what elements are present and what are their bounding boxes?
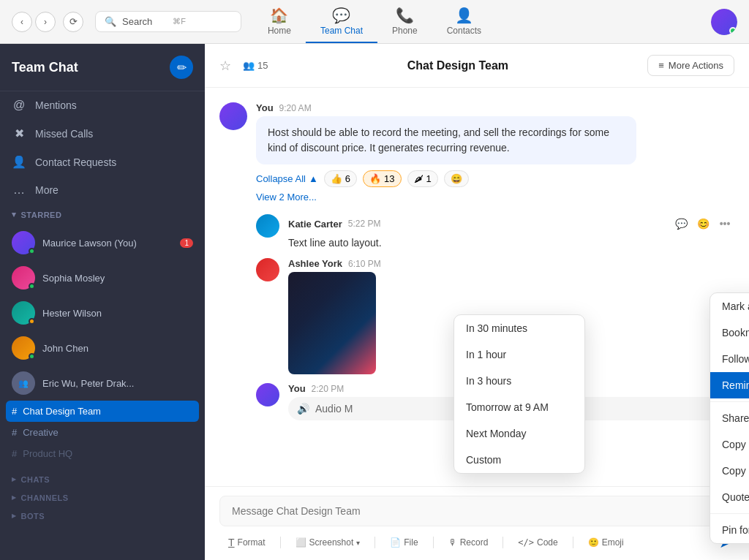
- send-button[interactable]: ➤: [719, 534, 731, 551]
- message-sender-you2: You: [288, 383, 306, 394]
- chat-header: ☆ 👥 15 Chat Design Team ≡ More Actions: [205, 44, 749, 88]
- more-actions-button[interactable]: ≡ More Actions: [647, 55, 734, 76]
- message-row-ashlee: Ashlee York 6:10 PM: [256, 258, 734, 374]
- mentions-label: Mentions: [35, 99, 77, 111]
- tab-phone-label: Phone: [392, 26, 418, 36]
- history-button[interactable]: ⟳: [63, 12, 83, 32]
- code-label: Code: [537, 537, 558, 548]
- more-button-katie[interactable]: •••: [715, 214, 734, 233]
- record-label: Record: [460, 537, 489, 548]
- sidebar-item-chat-design-team[interactable]: # Chat Design Team: [6, 401, 199, 422]
- screenshot-label: Screenshot: [309, 537, 354, 548]
- sidebar-header: Team Chat ✏: [0, 44, 205, 91]
- sidebar-item-contact-requests[interactable]: 👤 Contact Requests: [0, 148, 205, 176]
- forward-button[interactable]: ›: [35, 12, 56, 32]
- reaction-fire[interactable]: 🔥 13: [363, 170, 401, 187]
- file-label: File: [404, 537, 418, 548]
- tab-contacts-label: Contacts: [447, 26, 481, 36]
- reaction-pepper[interactable]: 🌶 1: [407, 170, 438, 187]
- view-more-button[interactable]: View 2 More...: [256, 192, 734, 203]
- message-content-ashlee: Ashlee York 6:10 PM: [288, 258, 734, 374]
- message-meta-audio: You 2:20 PM: [288, 383, 734, 394]
- tab-home[interactable]: 🏠 Home: [253, 1, 306, 43]
- message-actions-katie: 💬 😊 •••: [671, 214, 734, 233]
- sidebar-title: Team Chat: [12, 60, 78, 75]
- collapse-all-label: Collapse All: [256, 173, 306, 184]
- image-placeholder: [288, 272, 376, 374]
- emoji-button-katie[interactable]: 😊: [693, 214, 712, 233]
- sidebar-item-hester[interactable]: Hester Wilson: [0, 295, 205, 330]
- back-button[interactable]: ‹: [12, 12, 32, 32]
- sidebar-item-product-hq[interactable]: # Product HQ: [0, 443, 205, 464]
- chats-section[interactable]: ▸ CHATS: [0, 470, 205, 488]
- starred-section-header[interactable]: ▾ STARRED: [0, 204, 205, 225]
- file-button[interactable]: 📄 File: [384, 534, 424, 550]
- message-time-ashlee: 6:10 PM: [348, 259, 381, 269]
- channels-label: CHANNELS: [21, 493, 69, 502]
- chat-title: Chat Design Team: [279, 59, 636, 72]
- record-button[interactable]: 🎙 Record: [443, 534, 494, 550]
- contact-name-sophia: Sophia Mosley: [42, 273, 105, 284]
- chat-toolbar: T Format ⬜ Screenshot ▾ 📄 File 🎙 Reco: [219, 534, 734, 551]
- contact-requests-icon: 👤: [12, 155, 26, 169]
- reaction-thumbsup[interactable]: 👍 6: [324, 170, 357, 187]
- compose-button[interactable]: ✏: [170, 56, 193, 79]
- emoji-button[interactable]: 🙂 Emoji: [582, 534, 630, 550]
- audio-message[interactable]: 🔊 Audio M: [288, 397, 734, 420]
- message-text-1: Host should be able to record the meetin…: [268, 126, 609, 154]
- missed-calls-icon: ✖: [12, 126, 26, 140]
- tab-team-chat[interactable]: 💬 Team Chat: [306, 1, 377, 43]
- reaction-pepper-emoji: 🌶: [414, 173, 424, 184]
- avatar[interactable]: [711, 9, 737, 35]
- reaction-smile-add[interactable]: 😄: [444, 170, 469, 187]
- record-icon: 🎙: [448, 537, 457, 548]
- avatar-eric: 👥: [12, 371, 35, 395]
- sidebar-item-creative[interactable]: # Creative: [0, 422, 205, 443]
- more-label: More: [35, 184, 59, 196]
- sidebar-item-mentions[interactable]: @ Mentions: [0, 91, 205, 119]
- message-input[interactable]: [219, 496, 734, 526]
- image-preview-ashlee[interactable]: [288, 272, 376, 374]
- message-content-katie: Katie Carter 5:22 PM 💬 😊 ••• Text line a…: [288, 214, 734, 249]
- avatar-sophia: [12, 266, 35, 290]
- channels-section[interactable]: ▸ CHANNELS: [0, 488, 205, 507]
- channel-hash-icon: #: [12, 406, 17, 417]
- sidebar: Team Chat ✏ @ Mentions ✖ Missed Calls 👤 …: [0, 44, 205, 560]
- reaction-fire-count: 13: [384, 173, 394, 184]
- search-bar[interactable]: 🔍 Search ⌘F: [95, 11, 241, 32]
- reaction-smile-emoji: 😄: [451, 173, 462, 184]
- message-time-audio: 2:20 PM: [312, 384, 345, 394]
- sidebar-item-eric[interactable]: 👥 Eric Wu, Peter Drak...: [0, 366, 205, 401]
- channel-chat-design-team: Chat Design Team: [23, 406, 101, 417]
- sidebar-item-maurice[interactable]: Maurice Lawson (You) 1: [0, 225, 205, 260]
- bots-section[interactable]: ▸ BOTS: [0, 507, 205, 525]
- nav-arrows: ‹ ›: [12, 12, 56, 32]
- sidebar-item-more[interactable]: … More: [0, 176, 205, 204]
- star-button[interactable]: ☆: [219, 58, 231, 74]
- sidebar-item-sophia[interactable]: Sophia Mosley: [0, 260, 205, 295]
- avatar-maurice: [12, 231, 35, 254]
- message-meta-ashlee: Ashlee York 6:10 PM: [288, 258, 734, 269]
- reaction-thumbsup-count: 6: [345, 173, 350, 184]
- sidebar-item-missed-calls[interactable]: ✖ Missed Calls: [0, 119, 205, 148]
- mentions-icon: @: [12, 99, 26, 112]
- message-sender-katie: Katie Carter: [288, 219, 342, 230]
- tab-phone[interactable]: 📞 Phone: [377, 1, 432, 43]
- message-meta-katie: Katie Carter 5:22 PM 💬 😊 •••: [288, 214, 734, 233]
- search-label: Search: [122, 16, 152, 27]
- send-icon: ➤: [719, 534, 731, 550]
- format-icon: T: [228, 537, 235, 548]
- sidebar-item-john[interactable]: John Chen: [0, 330, 205, 366]
- reaction-thumbsup-emoji: 👍: [331, 173, 342, 184]
- reply-button-katie[interactable]: 💬: [671, 214, 690, 233]
- screenshot-button[interactable]: ⬜ Screenshot ▾: [290, 534, 366, 550]
- tab-contacts[interactable]: 👤 Contacts: [432, 1, 496, 43]
- message-avatar-you2: [256, 383, 279, 406]
- chat-area: ☆ 👥 15 Chat Design Team ≡ More Actions Y…: [205, 44, 749, 560]
- search-shortcut: ⌘F: [173, 17, 186, 26]
- code-button[interactable]: </> Code: [512, 534, 563, 550]
- channels-arrow: ▸: [12, 493, 17, 502]
- format-button[interactable]: T Format: [222, 534, 271, 551]
- message-time-katie: 5:22 PM: [348, 219, 381, 229]
- collapse-all-button[interactable]: Collapse All ▲: [256, 173, 318, 184]
